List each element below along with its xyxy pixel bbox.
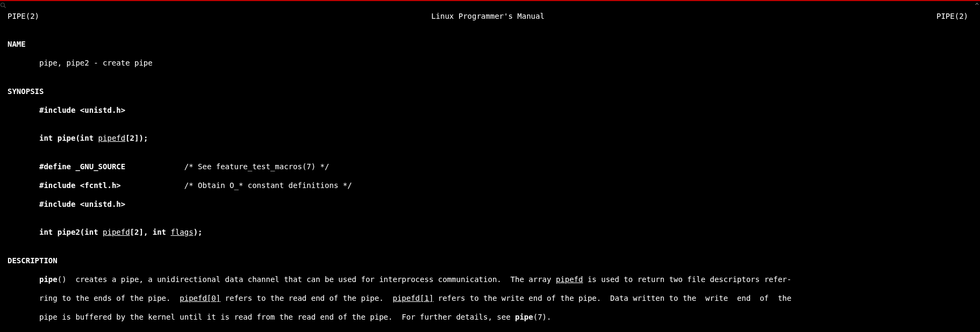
synopsis-pipe2-decl: int pipe2(int pipefd[2], int flags); <box>8 228 972 237</box>
desc-line-1: pipe() creates a pipe, a unidirectional … <box>8 275 972 285</box>
synopsis-define-gnu: #define _GNU_SOURCE /* See feature_test_… <box>8 162 972 172</box>
manpage-header: PIPE(2) Linux Programmer's Manual PIPE(2… <box>8 12 972 21</box>
section-heading-description: DESCRIPTION <box>8 256 972 266</box>
header-left: PIPE(2) <box>8 12 39 21</box>
window-top-divider <box>0 0 980 1</box>
svg-line-1 <box>4 6 6 8</box>
header-center: Linux Programmer's Manual <box>431 12 545 21</box>
search-icon[interactable] <box>0 2 6 9</box>
synopsis-pipe-decl: int pipe(int pipefd[2]); <box>8 134 972 143</box>
manpage-content: PIPE(2) Linux Programmer's Manual PIPE(2… <box>8 2 972 332</box>
synopsis-include-unistd: #include <unistd.h> <box>8 106 972 116</box>
name-body: pipe, pipe2 - create pipe <box>8 59 972 68</box>
section-heading-name: NAME <box>8 40 972 49</box>
synopsis-include-fcntl: #include <fcntl.h> /* Obtain O_* constan… <box>8 181 972 191</box>
scroll-up-indicator[interactable]: ^ <box>975 2 979 10</box>
header-right: PIPE(2) <box>936 12 968 21</box>
desc-line-3: pipe is buffered by the kernel until it … <box>8 313 972 322</box>
section-heading-synopsis: SYNOPSIS <box>8 87 972 97</box>
desc-line-2: ring to the ends of the pipe. pipefd[0] … <box>8 294 972 304</box>
svg-point-0 <box>1 3 5 7</box>
synopsis-include-unistd2: #include <unistd.h> <box>8 200 972 210</box>
